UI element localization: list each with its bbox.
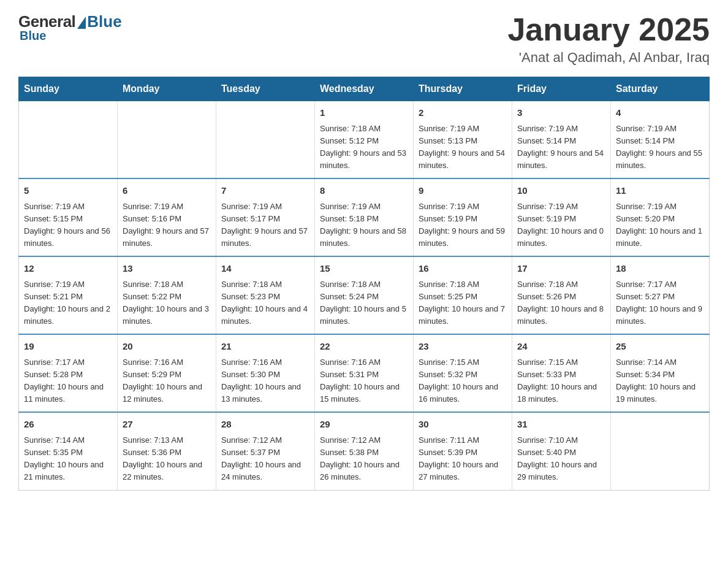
day-info: Sunrise: 7:14 AM Sunset: 5:35 PM Dayligh… [24,434,112,484]
day-number: 18 [616,262,704,276]
day-info: Sunrise: 7:19 AM Sunset: 5:19 PM Dayligh… [419,201,507,250]
calendar-cell [611,412,710,490]
day-info: Sunrise: 7:19 AM Sunset: 5:20 PM Dayligh… [616,201,704,250]
calendar-cell: 5Sunrise: 7:19 AM Sunset: 5:15 PM Daylig… [19,178,118,256]
calendar-cell: 30Sunrise: 7:11 AM Sunset: 5:39 PM Dayli… [414,412,512,490]
day-header-tuesday: Tuesday [216,77,315,101]
calendar-cell: 12Sunrise: 7:19 AM Sunset: 5:21 PM Dayli… [19,256,118,334]
calendar-table: SundayMondayTuesdayWednesdayThursdayFrid… [18,77,710,490]
title-area: January 2025 'Anat al Qadimah, Al Anbar,… [507,12,710,66]
day-number: 29 [320,418,408,432]
day-info: Sunrise: 7:19 AM Sunset: 5:16 PM Dayligh… [123,201,211,250]
calendar-cell: 27Sunrise: 7:13 AM Sunset: 5:36 PM Dayli… [118,412,216,490]
logo-bottom: Blue [20,29,46,43]
calendar-cell: 14Sunrise: 7:18 AM Sunset: 5:23 PM Dayli… [216,256,315,334]
day-number: 16 [419,262,507,276]
calendar-cell: 24Sunrise: 7:15 AM Sunset: 5:33 PM Dayli… [512,334,611,412]
day-number: 12 [24,262,112,276]
logo-blue-text: Blue [87,12,121,31]
day-info: Sunrise: 7:12 AM Sunset: 5:37 PM Dayligh… [221,434,309,484]
day-info: Sunrise: 7:15 AM Sunset: 5:33 PM Dayligh… [517,356,605,406]
calendar-cell: 16Sunrise: 7:18 AM Sunset: 5:25 PM Dayli… [414,256,512,334]
day-info: Sunrise: 7:16 AM Sunset: 5:29 PM Dayligh… [123,356,211,406]
page-header: General Blue Blue January 2025 'Anat al … [18,12,710,66]
calendar-cell: 26Sunrise: 7:14 AM Sunset: 5:35 PM Dayli… [19,412,118,490]
calendar-cell: 29Sunrise: 7:12 AM Sunset: 5:38 PM Dayli… [315,412,414,490]
day-number: 2 [419,106,507,120]
calendar-header-row: SundayMondayTuesdayWednesdayThursdayFrid… [19,77,710,101]
calendar-cell: 4Sunrise: 7:19 AM Sunset: 5:14 PM Daylig… [611,101,710,179]
calendar-week-row: 5Sunrise: 7:19 AM Sunset: 5:15 PM Daylig… [19,178,710,256]
day-number: 5 [24,184,112,198]
day-info: Sunrise: 7:16 AM Sunset: 5:31 PM Dayligh… [320,356,408,406]
calendar-cell: 23Sunrise: 7:15 AM Sunset: 5:32 PM Dayli… [414,334,512,412]
day-number: 6 [123,184,211,198]
calendar-cell: 2Sunrise: 7:19 AM Sunset: 5:13 PM Daylig… [414,101,512,179]
calendar-cell: 11Sunrise: 7:19 AM Sunset: 5:20 PM Dayli… [611,178,710,256]
day-header-saturday: Saturday [611,77,710,101]
day-info: Sunrise: 7:19 AM Sunset: 5:18 PM Dayligh… [320,201,408,250]
day-number: 8 [320,184,408,198]
day-number: 31 [517,418,605,432]
day-header-friday: Friday [512,77,611,101]
day-header-sunday: Sunday [19,77,118,101]
day-info: Sunrise: 7:18 AM Sunset: 5:12 PM Dayligh… [320,123,408,172]
calendar-cell: 7Sunrise: 7:19 AM Sunset: 5:17 PM Daylig… [216,178,315,256]
subtitle: 'Anat al Qadimah, Al Anbar, Iraq [507,50,710,66]
calendar-cell: 1Sunrise: 7:18 AM Sunset: 5:12 PM Daylig… [315,101,414,179]
calendar-cell: 6Sunrise: 7:19 AM Sunset: 5:16 PM Daylig… [118,178,216,256]
day-info: Sunrise: 7:19 AM Sunset: 5:14 PM Dayligh… [517,123,605,172]
calendar-cell: 3Sunrise: 7:19 AM Sunset: 5:14 PM Daylig… [512,101,611,179]
day-info: Sunrise: 7:17 AM Sunset: 5:27 PM Dayligh… [616,278,704,328]
calendar-cell: 9Sunrise: 7:19 AM Sunset: 5:19 PM Daylig… [414,178,512,256]
day-info: Sunrise: 7:11 AM Sunset: 5:39 PM Dayligh… [419,434,507,484]
day-info: Sunrise: 7:13 AM Sunset: 5:36 PM Dayligh… [123,434,211,484]
day-info: Sunrise: 7:19 AM Sunset: 5:21 PM Dayligh… [24,278,112,328]
day-number: 24 [517,340,605,354]
calendar-cell: 28Sunrise: 7:12 AM Sunset: 5:37 PM Dayli… [216,412,315,490]
day-number: 22 [320,340,408,354]
day-number: 1 [320,106,408,120]
calendar-week-row: 12Sunrise: 7:19 AM Sunset: 5:21 PM Dayli… [19,256,710,334]
day-number: 19 [24,340,112,354]
day-number: 4 [616,106,704,120]
day-info: Sunrise: 7:19 AM Sunset: 5:15 PM Dayligh… [24,201,112,250]
calendar-cell: 20Sunrise: 7:16 AM Sunset: 5:29 PM Dayli… [118,334,216,412]
calendar-cell: 18Sunrise: 7:17 AM Sunset: 5:27 PM Dayli… [611,256,710,334]
calendar-week-row: 1Sunrise: 7:18 AM Sunset: 5:12 PM Daylig… [19,101,710,179]
day-number: 20 [123,340,211,354]
day-number: 14 [221,262,309,276]
day-number: 9 [419,184,507,198]
day-header-monday: Monday [118,77,216,101]
calendar-cell [19,101,118,179]
day-info: Sunrise: 7:18 AM Sunset: 5:23 PM Dayligh… [221,278,309,328]
calendar-cell: 21Sunrise: 7:16 AM Sunset: 5:30 PM Dayli… [216,334,315,412]
logo: General Blue Blue [18,12,122,43]
day-info: Sunrise: 7:19 AM Sunset: 5:19 PM Dayligh… [517,201,605,250]
calendar-cell: 22Sunrise: 7:16 AM Sunset: 5:31 PM Dayli… [315,334,414,412]
day-info: Sunrise: 7:15 AM Sunset: 5:32 PM Dayligh… [419,356,507,406]
day-number: 30 [419,418,507,432]
logo-triangle-icon [77,17,86,29]
day-number: 13 [123,262,211,276]
day-info: Sunrise: 7:19 AM Sunset: 5:13 PM Dayligh… [419,123,507,172]
calendar-cell: 17Sunrise: 7:18 AM Sunset: 5:26 PM Dayli… [512,256,611,334]
day-header-thursday: Thursday [414,77,512,101]
day-number: 17 [517,262,605,276]
day-number: 23 [419,340,507,354]
day-info: Sunrise: 7:12 AM Sunset: 5:38 PM Dayligh… [320,434,408,484]
day-number: 10 [517,184,605,198]
day-number: 21 [221,340,309,354]
day-number: 11 [616,184,704,198]
day-info: Sunrise: 7:18 AM Sunset: 5:26 PM Dayligh… [517,278,605,328]
day-number: 26 [24,418,112,432]
main-title: January 2025 [507,12,710,47]
calendar-cell: 19Sunrise: 7:17 AM Sunset: 5:28 PM Dayli… [19,334,118,412]
day-number: 25 [616,340,704,354]
calendar-cell: 25Sunrise: 7:14 AM Sunset: 5:34 PM Dayli… [611,334,710,412]
calendar-cell: 31Sunrise: 7:10 AM Sunset: 5:40 PM Dayli… [512,412,611,490]
day-number: 28 [221,418,309,432]
day-info: Sunrise: 7:14 AM Sunset: 5:34 PM Dayligh… [616,356,704,406]
calendar-cell: 15Sunrise: 7:18 AM Sunset: 5:24 PM Dayli… [315,256,414,334]
calendar-cell: 8Sunrise: 7:19 AM Sunset: 5:18 PM Daylig… [315,178,414,256]
